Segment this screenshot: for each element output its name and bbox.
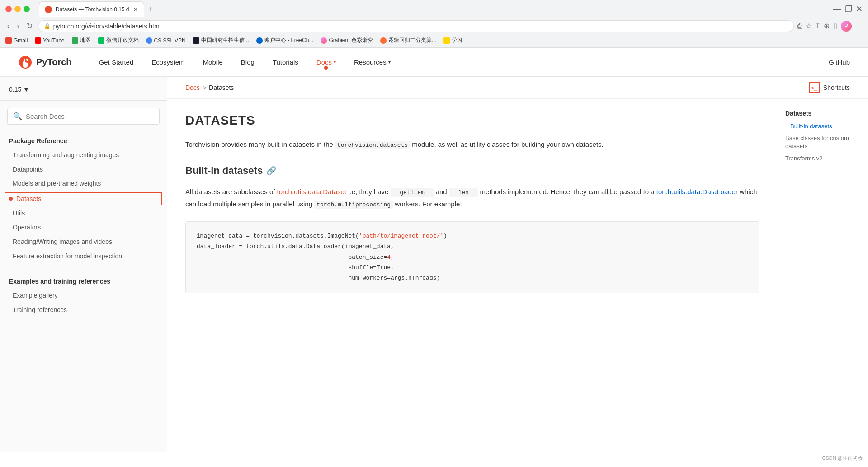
breadcrumb: Docs > Datasets <box>185 84 234 91</box>
pytorch-logo-icon <box>18 55 33 70</box>
bookmark-study[interactable]: 学习 <box>443 37 462 44</box>
code-multiprocessing: torch.multiprocessing <box>314 201 393 209</box>
bookmark-button[interactable]: ☆ <box>806 22 812 30</box>
reload-button[interactable]: ↻ <box>25 20 34 32</box>
bookmark-youtube[interactable]: YouTube <box>35 37 64 44</box>
bookmark-maps-label: 地图 <box>80 37 91 44</box>
nav-docs[interactable]: Docs ▾ <box>316 58 336 66</box>
center-right-wrapper: Docs > Datasets >_ Shortcuts DATASETS <box>167 77 868 452</box>
edu-favicon <box>256 37 263 44</box>
menu-button[interactable]: ⋮ <box>855 22 863 30</box>
bookmark-cn-label: 中国研究生招生信... <box>201 37 249 44</box>
dataloader-link[interactable]: torch.utils.data.DataLoader <box>656 188 740 196</box>
browser-titlebar: Datasets — Torchvision 0.15 d ✕ + — ❐ ✕ <box>0 0 868 18</box>
dataset-class-link[interactable]: torch.utils.data.Dataset <box>277 188 349 196</box>
shortcuts-button[interactable]: >_ Shortcuts <box>809 82 850 93</box>
nav-get-started[interactable]: Get Started <box>99 58 134 66</box>
address-bar[interactable]: 🔒 pytorch.org/vision/stable/datasets.htm… <box>38 20 794 32</box>
bookmark-gradient[interactable]: Grabient 色彩渐变 <box>321 37 373 44</box>
sidebar-item-training-refs[interactable]: Training references <box>0 303 167 318</box>
forward-button[interactable]: › <box>15 20 21 32</box>
sidebar-item-datapoints[interactable]: Datapoints <box>0 163 167 177</box>
share-button[interactable]: ⎙ <box>797 22 802 30</box>
nav-resources-label: Resources <box>354 58 387 66</box>
sidebar-item-datasets-active[interactable]: Datasets <box>5 192 162 205</box>
pytorch-logo[interactable]: PyTorch <box>18 55 72 70</box>
bookmark-maps[interactable]: 地图 <box>72 37 91 44</box>
sidebar-item-operators[interactable]: Operators <box>0 220 167 235</box>
nav-blog[interactable]: Blog <box>241 58 255 66</box>
nav-resources[interactable]: Resources ▾ <box>354 58 391 66</box>
nav-github[interactable]: GitHub <box>829 58 850 66</box>
tab-favicon <box>45 6 52 13</box>
win-close-btn[interactable]: ✕ <box>856 4 863 14</box>
bookmark-cn[interactable]: 中国研究生招生信... <box>193 37 249 44</box>
package-reference-title: Package Reference <box>0 134 167 148</box>
translate-button[interactable]: T <box>816 22 820 30</box>
shortcuts-icon-text: >_ <box>811 85 817 91</box>
code-line-1: imagenet_data = torchvision.datasets.Ima… <box>197 231 748 241</box>
sidebar-item-utils[interactable]: Utils <box>0 206 167 221</box>
bookmark-logic[interactable]: 逻辑回归二分类算... <box>380 37 436 44</box>
sidebar-toggle[interactable]: ▯ <box>833 22 837 30</box>
nav-mobile[interactable]: Mobile <box>203 58 223 66</box>
bookmark-study-label: 学习 <box>452 37 462 44</box>
nav-ecosystem[interactable]: Ecosystem <box>151 58 184 66</box>
breadcrumb-docs-link[interactable]: Docs <box>185 84 200 91</box>
profile-button[interactable]: P <box>841 21 852 32</box>
lock-icon: 🔒 <box>44 23 51 29</box>
active-tab[interactable]: Datasets — Torchvision 0.15 d ✕ <box>39 1 144 17</box>
code-getitem: __getitem__ <box>391 188 434 197</box>
minimize-window-button[interactable] <box>14 6 21 12</box>
sidebar-item-example-gallery[interactable]: Example gallery <box>0 289 167 303</box>
intro-text-before: Torchvision provides many built-in datas… <box>185 140 333 148</box>
version-selector[interactable]: 0.15 ▼ <box>0 86 167 101</box>
right-sidebar-base-classes-label: Base classes for custom datasets <box>785 134 861 150</box>
main-area: 0.15 ▼ 🔍 Package Reference Transforming … <box>0 77 868 452</box>
sidebar-item-reading-writing[interactable]: Reading/Writing images and videos <box>0 235 167 249</box>
intro-code-module: torchvision.datasets <box>335 141 410 149</box>
code-num-4: 4 <box>387 254 391 261</box>
youtube-favicon <box>35 37 41 44</box>
breadcrumb-separator: > <box>203 84 206 91</box>
new-tab-button[interactable]: + <box>148 5 153 14</box>
section1-anchor[interactable]: 🔗 <box>266 166 276 176</box>
bookmark-edu[interactable]: 账户中心 - FreeCh... <box>256 37 314 44</box>
right-sidebar-built-in[interactable]: + Built-in datasets <box>785 122 861 131</box>
sidebar-item-models[interactable]: Models and pre-trained weights <box>0 177 167 191</box>
svg-point-1 <box>26 59 28 61</box>
sidebar-item-transforming[interactable]: Transforming and augmenting images <box>0 148 167 163</box>
nav-tutorials[interactable]: Tutorials <box>273 58 298 66</box>
sidebar: 0.15 ▼ 🔍 Package Reference Transforming … <box>0 77 167 452</box>
tab-close-button[interactable]: ✕ <box>133 6 138 13</box>
body-text2: i.e, they have <box>348 188 388 196</box>
right-sidebar-transforms[interactable]: Transforms v2 <box>785 154 861 163</box>
right-sidebar-base-classes[interactable]: Base classes for custom datasets <box>785 134 861 150</box>
sidebar-item-feature-extraction[interactable]: Feature extraction for model inspection <box>0 249 167 264</box>
close-window-button[interactable] <box>5 6 12 12</box>
gmail-favicon <box>5 37 12 44</box>
win-restore-btn[interactable]: ❐ <box>845 4 852 14</box>
bookmark-gmail[interactable]: Gmail <box>5 37 28 44</box>
maximize-window-button[interactable] <box>24 6 30 12</box>
code-default-3: shuffle=True, <box>197 264 394 271</box>
extensions-button[interactable]: ⊕ <box>824 22 830 30</box>
bookmark-ssl-label: CS SSL VPN <box>154 37 186 44</box>
back-button[interactable]: ‹ <box>5 20 11 32</box>
body-text6: workers. For example: <box>395 200 462 208</box>
examples-title: Examples and training references <box>0 274 167 289</box>
search-box[interactable]: 🔍 <box>7 108 160 125</box>
code-paren-1: ) <box>443 233 447 239</box>
bookmark-ssl[interactable]: CS SSL VPN <box>146 37 186 44</box>
search-input[interactable] <box>26 112 154 120</box>
shortcuts-label: Shortcuts <box>823 84 850 91</box>
code-line-2: data_loader = torch.utils.data.DataLoade… <box>197 241 748 252</box>
win-minimize-btn[interactable]: — <box>833 5 841 14</box>
version-arrow: ▼ <box>23 86 29 93</box>
intro-text-after: module, as well as utility classes for b… <box>412 140 604 148</box>
plus-icon-built-in: + <box>785 123 788 129</box>
window-controls <box>5 6 30 12</box>
bookmark-edu-label: 账户中心 - FreeCh... <box>264 37 314 44</box>
logic-favicon <box>380 37 387 44</box>
bookmark-wechat[interactable]: 微信开放文档 <box>98 37 139 44</box>
